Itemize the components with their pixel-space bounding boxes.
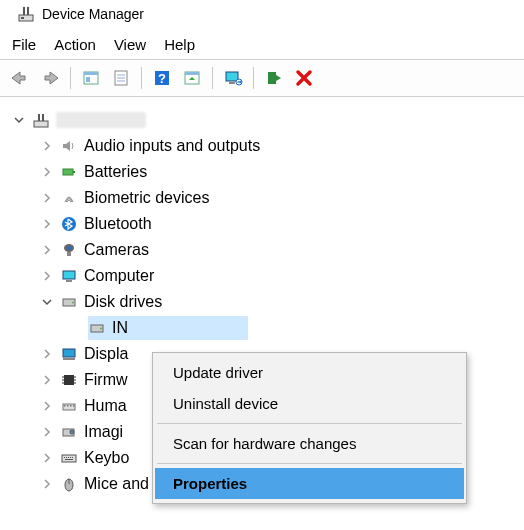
- svg-rect-37: [63, 358, 75, 360]
- expander-closed-icon[interactable]: [40, 165, 54, 179]
- toolbar: ?: [0, 59, 524, 97]
- svg-point-33: [72, 302, 74, 304]
- svg-rect-18: [229, 82, 235, 84]
- svg-rect-8: [86, 77, 90, 82]
- tree-item-disk-drives[interactable]: Disk drives: [12, 289, 520, 315]
- imaging-icon: [60, 423, 78, 441]
- hid-icon: [60, 397, 78, 415]
- expander-closed-icon[interactable]: [40, 347, 54, 361]
- back-button[interactable]: [6, 64, 34, 92]
- camera-icon: [60, 241, 78, 259]
- menubar: File Action View Help: [0, 30, 524, 59]
- svg-rect-38: [64, 375, 74, 385]
- svg-rect-59: [65, 459, 73, 460]
- keyboard-icon: [60, 449, 78, 467]
- expander-spacer: [68, 321, 82, 335]
- tree-item-cameras[interactable]: Cameras: [12, 237, 520, 263]
- svg-rect-55: [66, 457, 67, 458]
- svg-rect-21: [34, 121, 48, 127]
- svg-rect-46: [64, 405, 66, 407]
- svg-rect-24: [63, 169, 73, 175]
- svg-rect-48: [70, 405, 72, 407]
- svg-rect-30: [63, 271, 75, 279]
- expander-closed-icon[interactable]: [40, 451, 54, 465]
- expander-open-icon[interactable]: [12, 113, 26, 127]
- uninstall-device-button[interactable]: [219, 64, 247, 92]
- chip-icon: [60, 371, 78, 389]
- expander-closed-icon[interactable]: [40, 269, 54, 283]
- tree-item-bluetooth[interactable]: Bluetooth: [12, 211, 520, 237]
- monitor-icon: [60, 267, 78, 285]
- expander-closed-icon[interactable]: [40, 139, 54, 153]
- svg-rect-29: [67, 252, 71, 256]
- tree-item-label: Computer: [84, 264, 154, 289]
- svg-point-4: [23, 7, 25, 9]
- toolbar-separator: [212, 67, 213, 89]
- svg-rect-54: [64, 457, 65, 458]
- tree-item-label: Imagi: [84, 420, 123, 445]
- tree-item-computer[interactable]: Computer: [12, 263, 520, 289]
- ctx-properties[interactable]: Properties: [155, 468, 464, 499]
- computer-name-redacted: [56, 112, 146, 128]
- expander-closed-icon[interactable]: [40, 399, 54, 413]
- expander-open-icon[interactable]: [40, 295, 54, 309]
- expander-closed-icon[interactable]: [40, 477, 54, 491]
- context-menu-separator: [157, 463, 462, 464]
- toolbar-separator: [70, 67, 71, 89]
- svg-rect-20: [268, 72, 276, 84]
- expander-closed-icon[interactable]: [40, 191, 54, 205]
- svg-rect-22: [38, 114, 40, 121]
- expander-closed-icon[interactable]: [40, 217, 54, 231]
- tree-item-label: Displa: [84, 342, 128, 367]
- toolbar-separator: [253, 67, 254, 89]
- svg-rect-25: [73, 171, 75, 173]
- tree-item-label: Batteries: [84, 160, 147, 185]
- tree-item-label: Biometric devices: [84, 186, 209, 211]
- disk-drive-icon: [60, 293, 78, 311]
- tree-item-biometric[interactable]: Biometric devices: [12, 185, 520, 211]
- menu-action[interactable]: Action: [54, 36, 96, 53]
- ctx-scan-hardware[interactable]: Scan for hardware changes: [155, 428, 464, 459]
- ctx-uninstall-device[interactable]: Uninstall device: [155, 388, 464, 419]
- tree-item-label: Disk drives: [84, 290, 162, 315]
- show-hide-console-tree-button[interactable]: [77, 64, 105, 92]
- tree-item-label: Firmw: [84, 368, 128, 393]
- context-menu: Update driver Uninstall device Scan for …: [152, 352, 467, 504]
- svg-rect-17: [226, 72, 238, 81]
- svg-point-5: [27, 7, 29, 9]
- svg-rect-1: [21, 17, 24, 19]
- tree-item-disk-child-selected[interactable]: IN: [12, 315, 520, 341]
- mouse-icon: [60, 475, 78, 493]
- remove-button[interactable]: [290, 64, 318, 92]
- svg-point-28: [67, 246, 71, 250]
- tree-item-label: IN: [112, 316, 128, 341]
- fingerprint-icon: [60, 189, 78, 207]
- expander-closed-icon[interactable]: [40, 425, 54, 439]
- tree-item-label: Keybo: [84, 446, 129, 471]
- context-menu-separator: [157, 423, 462, 424]
- scan-hardware-button[interactable]: [260, 64, 288, 92]
- menu-file[interactable]: File: [12, 36, 36, 53]
- svg-rect-31: [66, 280, 72, 282]
- svg-rect-45: [63, 404, 75, 410]
- update-driver-button[interactable]: [178, 64, 206, 92]
- forward-button[interactable]: [36, 64, 64, 92]
- svg-rect-49: [73, 405, 75, 407]
- computer-root-icon: [32, 111, 50, 129]
- tree-item-batteries[interactable]: Batteries: [12, 159, 520, 185]
- bluetooth-icon: [60, 215, 78, 233]
- tree-item-label: Audio inputs and outputs: [84, 134, 260, 159]
- tree-item-label: Huma: [84, 394, 127, 419]
- svg-rect-7: [84, 72, 98, 75]
- expander-closed-icon[interactable]: [40, 373, 54, 387]
- menu-view[interactable]: View: [114, 36, 146, 53]
- properties-sheet-button[interactable]: [107, 64, 135, 92]
- svg-point-35: [100, 328, 102, 330]
- help-button[interactable]: ?: [148, 64, 176, 92]
- tree-item-audio[interactable]: Audio inputs and outputs: [12, 133, 520, 159]
- ctx-update-driver[interactable]: Update driver: [155, 357, 464, 388]
- svg-rect-56: [68, 457, 69, 458]
- expander-closed-icon[interactable]: [40, 243, 54, 257]
- menu-help[interactable]: Help: [164, 36, 195, 53]
- tree-root[interactable]: [12, 107, 520, 133]
